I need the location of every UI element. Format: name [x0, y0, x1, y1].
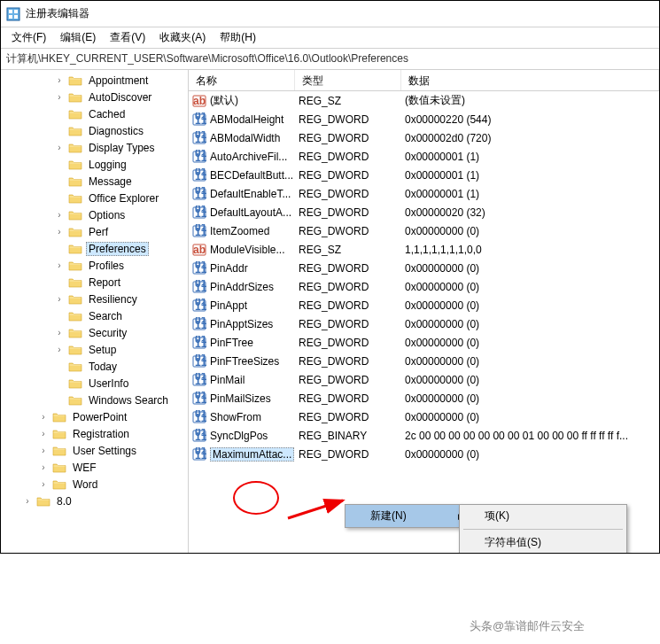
value-row[interactable]: MaximumAttac...REG_DWORD0x00000000 (0) — [189, 445, 659, 463]
tree-twisty-icon[interactable]: › — [54, 143, 65, 153]
col-name[interactable]: 名称 — [189, 70, 295, 90]
value-row[interactable]: PinFTreeSizesREG_DWORD0x00000000 (0) — [189, 352, 659, 370]
menu-favorites[interactable]: 收藏夹(A) — [152, 28, 213, 47]
reg-binary-icon — [192, 410, 206, 424]
value-row[interactable]: ABModalHeightREG_DWORD0x00000220 (544) — [189, 110, 659, 128]
tree-item[interactable]: ›Profiles — [1, 257, 188, 274]
tree-item[interactable]: ›AutoDiscover — [1, 89, 188, 105]
folder-icon — [68, 175, 82, 188]
tree-twisty-icon[interactable]: › — [54, 92, 65, 103]
tree-twisty-icon[interactable]: › — [54, 210, 65, 221]
value-type: REG_DWORD — [295, 448, 401, 461]
value-row[interactable]: DefaultLayoutA...REG_DWORD0x00000020 (32… — [189, 203, 659, 221]
value-data: 0x00000000 (0) — [401, 281, 659, 293]
tree-item[interactable]: ›Resiliency — [1, 291, 188, 307]
tree-item[interactable]: ›Registration — [1, 425, 188, 442]
tree-label: Setup — [86, 343, 119, 357]
ctx-string[interactable]: 字符串值(S) — [460, 531, 626, 553]
value-type: REG_DWORD — [295, 151, 401, 163]
value-row[interactable]: PinFTreeREG_DWORD0x00000000 (0) — [189, 333, 659, 352]
tree-item[interactable]: Logging — [1, 156, 188, 173]
tree-item[interactable]: ›Setup — [1, 341, 188, 358]
tree-item[interactable]: ›Appointment — [1, 72, 188, 89]
tree-item[interactable]: Preferences — [1, 240, 188, 257]
tree-twisty-icon[interactable]: › — [38, 462, 49, 473]
value-row[interactable]: PinApptSizesREG_DWORD0x00000000 (0) — [189, 314, 659, 333]
value-data: 0x00000000 (0) — [401, 448, 659, 461]
ctx-key[interactable]: 项(K) — [460, 505, 626, 527]
col-data[interactable]: 数据 — [401, 70, 659, 90]
tree-label: Cached — [86, 107, 128, 121]
tree-item[interactable]: Diagnostics — [1, 122, 188, 139]
value-name: SyncDlgPos — [210, 430, 268, 442]
tree-item[interactable]: Windows Search — [1, 392, 188, 408]
svg-line-10 — [288, 500, 343, 518]
tree-pane[interactable]: ›Appointment›AutoDiscoverCachedDiagnosti… — [1, 70, 189, 553]
tree-item[interactable]: ›Security — [1, 324, 188, 341]
value-data: 0x00000000 (0) — [401, 355, 659, 368]
tree-twisty-icon[interactable]: › — [38, 446, 49, 456]
window-title: 注册表编辑器 — [26, 6, 89, 21]
value-row[interactable]: PinMailREG_DWORD0x00000000 (0) — [189, 370, 659, 389]
values-pane[interactable]: 名称 类型 数据 (默认)REG_SZ(数值未设置)ABModalHeightR… — [189, 70, 659, 553]
value-row[interactable]: ABModalWidthREG_DWORD0x000002d0 (720) — [189, 128, 659, 147]
tree-twisty-icon[interactable]: › — [54, 75, 65, 86]
tree-twisty-icon[interactable]: › — [38, 412, 49, 423]
value-row[interactable]: DefaultEnableT...REG_DWORD0x00000001 (1) — [189, 184, 659, 203]
menu-help[interactable]: 帮助(H) — [213, 28, 263, 47]
titlebar[interactable]: 注册表编辑器 — [1, 1, 659, 27]
tree-twisty-icon[interactable]: › — [54, 294, 65, 305]
tree-item[interactable]: ›8.0 — [1, 493, 188, 509]
ctx-new[interactable]: 新建(N) ▶ — [346, 505, 470, 527]
folder-icon — [68, 159, 82, 171]
tree-twisty-icon[interactable]: › — [54, 227, 65, 237]
col-type[interactable]: 类型 — [295, 70, 401, 90]
tree-twisty-icon[interactable]: › — [38, 429, 49, 439]
folder-icon — [52, 462, 66, 474]
tree-item[interactable]: Cached — [1, 105, 188, 122]
value-row[interactable]: PinAddrREG_DWORD0x00000000 (0) — [189, 259, 659, 277]
value-row[interactable]: PinMailSizesREG_DWORD0x00000000 (0) — [189, 389, 659, 407]
tree-item[interactable]: ›Display Types — [1, 139, 188, 156]
tree-item[interactable]: ›Word — [1, 476, 188, 493]
tree-twisty-icon[interactable]: › — [54, 345, 65, 355]
tree-item[interactable]: UserInfo — [1, 375, 188, 392]
value-row[interactable]: AutoArchiveFil...REG_DWORD0x00000001 (1) — [189, 147, 659, 166]
menu-edit[interactable]: 编辑(E) — [53, 28, 103, 47]
menu-file[interactable]: 文件(F) — [4, 28, 53, 47]
value-row[interactable]: ModuleVisible...REG_SZ1,1,1,1,1,1,1,0,0 — [189, 240, 659, 259]
tree-item[interactable]: Office Explorer — [1, 190, 188, 206]
tree-item[interactable]: ›WEF — [1, 459, 188, 476]
tree-item[interactable]: Message — [1, 173, 188, 190]
value-row[interactable]: SyncDlgPosREG_BINARY2c 00 00 00 00 00 00… — [189, 426, 659, 445]
tree-twisty-icon[interactable]: › — [54, 260, 65, 271]
tree-item[interactable]: Today — [1, 358, 188, 375]
tree-item[interactable]: Search — [1, 307, 188, 324]
tree-item[interactable]: ›User Settings — [1, 442, 188, 459]
tree-item[interactable]: ›Options — [1, 206, 188, 223]
tree-item[interactable]: ›Perf — [1, 223, 188, 240]
tree-label: WEF — [70, 461, 99, 475]
tree-label: Message — [86, 175, 135, 189]
value-row[interactable]: PinApptREG_DWORD0x00000000 (0) — [189, 296, 659, 314]
value-row[interactable]: BECDefaultButt...REG_DWORD0x00000001 (1) — [189, 166, 659, 184]
value-row[interactable]: PinAddrSizesREG_DWORD0x00000000 (0) — [189, 277, 659, 296]
value-row[interactable]: (默认)REG_SZ(数值未设置) — [189, 91, 659, 110]
value-type: REG_DWORD — [295, 132, 401, 144]
tree-twisty-icon[interactable]: › — [38, 479, 49, 490]
value-row[interactable]: ShowFromREG_DWORD0x00000000 (0) — [189, 407, 659, 426]
value-type: REG_DWORD — [295, 262, 401, 275]
tree-item[interactable]: ›PowerPoint — [1, 408, 188, 425]
folder-icon — [52, 411, 66, 423]
value-row[interactable]: ItemZoomedREG_DWORD0x00000000 (0) — [189, 221, 659, 240]
value-type: REG_DWORD — [295, 225, 401, 237]
reg-sz-icon — [192, 243, 206, 257]
menu-view[interactable]: 查看(V) — [103, 28, 152, 47]
annotation-oval — [233, 481, 279, 515]
tree-twisty-icon[interactable]: › — [22, 496, 33, 507]
tree-label: Options — [86, 208, 128, 222]
tree-twisty-icon[interactable]: › — [54, 328, 65, 338]
value-type: REG_SZ — [295, 95, 401, 107]
tree-item[interactable]: Report — [1, 274, 188, 291]
address-bar[interactable]: 计算机\HKEY_CURRENT_USER\Software\Microsoft… — [1, 49, 659, 70]
